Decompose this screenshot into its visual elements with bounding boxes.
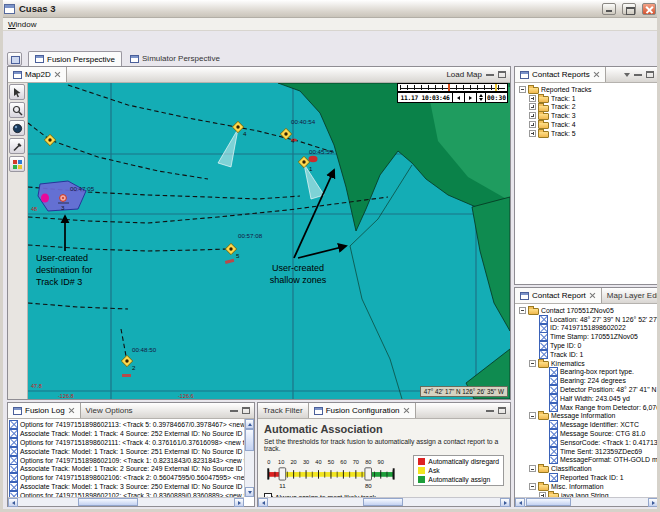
maximize-icon[interactable] bbox=[498, 407, 506, 414]
close-icon[interactable] bbox=[589, 292, 596, 299]
log-entry[interactable]: Associate Track: Model: 1 Track: 1 Sourc… bbox=[9, 447, 244, 456]
restore-button[interactable] bbox=[622, 3, 636, 15]
threshold-slider[interactable]: 0 10 20 30 40 50 60 70 80 90 bbox=[264, 455, 407, 491]
tab-view-options[interactable]: View Options bbox=[81, 403, 138, 418]
tree-item-field[interactable]: Max Range from Detector: 6,076.115 yd bbox=[517, 403, 658, 412]
log-entry[interactable]: Associate Track: Model: 1 Track: 3 Sourc… bbox=[9, 482, 244, 491]
perspective-switcher-icon[interactable] bbox=[7, 52, 22, 66]
timeline-back-button[interactable] bbox=[453, 92, 465, 103]
scroll-right-button[interactable] bbox=[234, 498, 244, 507]
tree-item-field[interactable]: ID: 74197151898602022 bbox=[517, 324, 658, 333]
log-entry[interactable]: Associate Track: Model: 1 Track: 2 Sourc… bbox=[9, 464, 244, 473]
collapse-icon[interactable] bbox=[529, 412, 536, 419]
close-button[interactable] bbox=[642, 3, 656, 15]
slider-low-handle[interactable] bbox=[279, 468, 286, 480]
tree-item-track[interactable]: Track: 5 bbox=[517, 129, 658, 138]
log-entry[interactable]: Options for 74197151898602111: <Track 4:… bbox=[9, 438, 244, 447]
tab-fusion-configuration[interactable]: Fusion Configuration bbox=[308, 403, 416, 418]
time-tool-button[interactable] bbox=[9, 120, 25, 136]
tab-track-filter[interactable]: Track Filter bbox=[258, 403, 308, 418]
horizontal-scrollbar[interactable] bbox=[258, 497, 510, 506]
tree-item-field[interactable]: Reported Track ID: 1 bbox=[517, 473, 658, 482]
layers-tool-button[interactable] bbox=[9, 156, 25, 172]
pointer-tool-button[interactable] bbox=[9, 84, 25, 100]
tree-item-track[interactable]: Track: 3 bbox=[517, 111, 658, 120]
picker-tool-button[interactable] bbox=[9, 138, 25, 154]
timeline-cursor-current[interactable] bbox=[448, 84, 450, 91]
tree-item-field[interactable]: Detector Position: 48° 27' 41" N 126° 52… bbox=[517, 385, 658, 394]
tree-item-contact[interactable]: Contact 170551ZNov05 bbox=[517, 306, 658, 315]
tree-item-field[interactable]: MessageFormat: OTH-GOLD message forma bbox=[517, 456, 658, 465]
maximize-icon[interactable] bbox=[242, 407, 250, 414]
collapse-icon[interactable] bbox=[529, 360, 536, 367]
scroll-right-button[interactable] bbox=[500, 498, 510, 507]
map-canvas[interactable]: 3 00:47:05 4 4 bbox=[28, 83, 510, 399]
close-icon[interactable] bbox=[54, 71, 61, 78]
collapse-icon[interactable] bbox=[529, 465, 536, 472]
log-entry[interactable]: Options for 74197151898602113: <Track 5:… bbox=[9, 420, 244, 429]
timeline-spinner[interactable] bbox=[477, 92, 486, 103]
timeline-cursor-mark[interactable] bbox=[495, 84, 497, 91]
tree-item-field[interactable]: Location: 48° 27' 39" N 126° 52' 27" W bbox=[517, 315, 658, 324]
maximize-icon[interactable] bbox=[498, 71, 506, 78]
expand-icon[interactable] bbox=[529, 95, 536, 102]
expand-icon[interactable] bbox=[529, 130, 536, 137]
tab-fusion-log[interactable]: Fusion Log bbox=[8, 403, 81, 418]
timeline-ruler[interactable] bbox=[397, 83, 508, 92]
tab-simulator-perspective[interactable]: Simulator Perspective bbox=[124, 51, 226, 66]
map-svg[interactable]: 3 00:47:05 4 4 bbox=[28, 83, 510, 399]
scrollbar-thumb[interactable] bbox=[363, 498, 403, 506]
tree-item-field[interactable]: Bearing-box report type. bbox=[517, 368, 658, 377]
minimize-icon[interactable] bbox=[486, 73, 494, 76]
tree-item-field[interactable]: Time Sent: 312359ZDec69 bbox=[517, 447, 658, 456]
horizontal-scrollbar[interactable] bbox=[515, 497, 658, 506]
scroll-left-button[interactable] bbox=[8, 498, 18, 507]
tree-item-field[interactable]: Half Width: 243.045 yd bbox=[517, 394, 658, 403]
tree-item-track[interactable]: Track: 1 bbox=[517, 94, 658, 103]
scroll-up-button[interactable] bbox=[245, 419, 254, 429]
timeline-forward-button[interactable] bbox=[465, 92, 477, 103]
log-entry[interactable]: Options for 74197151898602109: <Track 1:… bbox=[9, 456, 244, 465]
zoom-tool-button[interactable] bbox=[9, 102, 25, 118]
tab-map2d[interactable]: Map2D bbox=[8, 67, 67, 82]
tree-item-message-information[interactable]: Message Information bbox=[517, 412, 658, 421]
load-map-button[interactable]: Load Map bbox=[446, 70, 482, 79]
expand-icon[interactable] bbox=[529, 103, 536, 110]
tree-item-field[interactable]: Message Source: CTG 81.0 bbox=[517, 429, 658, 438]
tree-item-field[interactable]: Type ID: 0 bbox=[517, 341, 658, 350]
title-bar[interactable]: Cusas 3 bbox=[0, 0, 660, 18]
tree-item-field[interactable]: Track ID: 1 bbox=[517, 350, 658, 359]
close-icon[interactable] bbox=[593, 71, 600, 78]
tree-item-track[interactable]: Track: 4 bbox=[517, 120, 658, 129]
scroll-left-button[interactable] bbox=[515, 498, 525, 507]
minimize-icon[interactable] bbox=[634, 73, 642, 76]
vertical-scrollbar[interactable] bbox=[244, 419, 254, 497]
tree-item-field[interactable]: Bearing: 224 degrees bbox=[517, 376, 658, 385]
collapse-icon[interactable] bbox=[529, 483, 536, 490]
scroll-right-button[interactable] bbox=[648, 498, 658, 507]
tree-item-classification[interactable]: Classification bbox=[517, 464, 658, 473]
slider-high-handle[interactable] bbox=[365, 468, 372, 480]
tree-item-track[interactable]: Track: 2 bbox=[517, 103, 658, 112]
close-icon[interactable] bbox=[68, 407, 75, 414]
tree-item-field[interactable]: SensorCode: <Track 1: 0.41713524/0.4171 bbox=[517, 438, 658, 447]
minimize-button[interactable] bbox=[602, 3, 616, 15]
maximize-icon[interactable] bbox=[646, 71, 654, 78]
tree-item-misc[interactable]: Misc. Information bbox=[517, 482, 658, 491]
close-icon[interactable] bbox=[403, 407, 410, 414]
view-menu-icon[interactable] bbox=[624, 73, 630, 77]
timeline-control[interactable]: 11.17 10:03:46 00:30 bbox=[397, 83, 508, 103]
horizontal-scrollbar[interactable] bbox=[8, 497, 244, 506]
expand-icon[interactable] bbox=[529, 112, 536, 119]
log-entry[interactable]: Options for 74197151898602106: <Track 2:… bbox=[9, 473, 244, 482]
tab-contact-reports[interactable]: Contact Reports bbox=[515, 67, 606, 82]
tab-contact-report[interactable]: Contact Report bbox=[515, 288, 602, 303]
scroll-down-button[interactable] bbox=[245, 487, 254, 497]
scrollbar-thumb[interactable] bbox=[245, 429, 254, 451]
tree-item-field[interactable]: Message Identifier: XCTC bbox=[517, 420, 658, 429]
collapse-icon[interactable] bbox=[519, 307, 526, 314]
expand-icon[interactable] bbox=[529, 121, 536, 128]
log-entry[interactable]: Associate Track: Model: 1 Track: 4 Sourc… bbox=[9, 429, 244, 438]
minimize-icon[interactable] bbox=[230, 409, 238, 412]
scroll-left-button[interactable] bbox=[258, 498, 268, 507]
